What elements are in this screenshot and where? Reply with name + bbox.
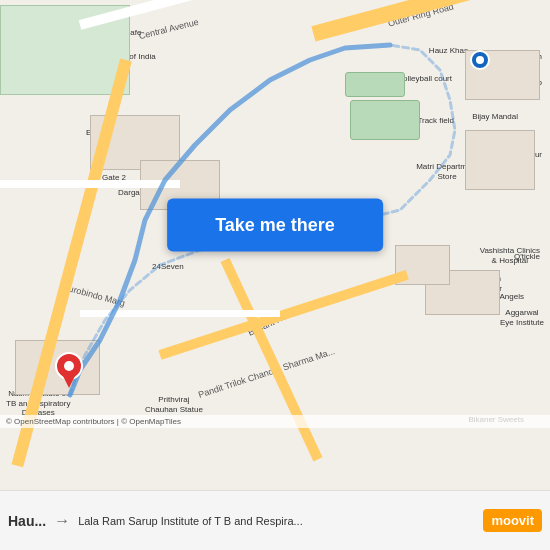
volleyball-label: Volleyball court	[398, 74, 452, 84]
route-arrow-icon: →	[54, 512, 70, 530]
map-container: Outer Ring Road Aurobindo Marg Central A…	[0, 0, 550, 490]
destination-pin	[470, 50, 490, 70]
svg-marker-1	[61, 372, 77, 388]
moovit-logo: moovit	[483, 509, 542, 532]
bottom-bar: Hau... → Lala Ram Sarup Institute of T B…	[0, 490, 550, 550]
bijay-mandal-label: Bijay Mandal	[472, 112, 518, 122]
horizontal-road-2	[80, 310, 280, 317]
24seven-label: 24Seven	[152, 262, 184, 272]
origin-pin	[55, 352, 83, 380]
volleyball-court-area	[345, 72, 405, 97]
aggarwal-label: AggarwalEye Institute	[500, 308, 544, 327]
track-field-area	[350, 100, 420, 140]
prithviraj-label: PrithvirajChauhan Statue	[145, 395, 203, 414]
track-field-label: Track field	[417, 116, 454, 126]
route-from-label: Hau...	[8, 513, 46, 529]
hauz-khas-label: Hauz Khas	[429, 46, 468, 56]
map-attribution: © OpenStreetMap contributors | © OpenMap…	[0, 415, 550, 428]
bgd-block	[465, 130, 535, 190]
route-info: Hau... → Lala Ram Sarup Institute of T B…	[8, 512, 475, 530]
moovit-label: moovit	[491, 513, 534, 528]
horizontal-road-1	[0, 180, 180, 188]
svg-point-4	[476, 56, 484, 64]
take-me-there-button[interactable]: Take me there	[167, 199, 383, 252]
svg-point-2	[64, 361, 74, 371]
route-to-label: Lala Ram Sarup Institute of T B and Resp…	[78, 515, 475, 527]
qticle-label: Q'tickle	[514, 252, 540, 262]
